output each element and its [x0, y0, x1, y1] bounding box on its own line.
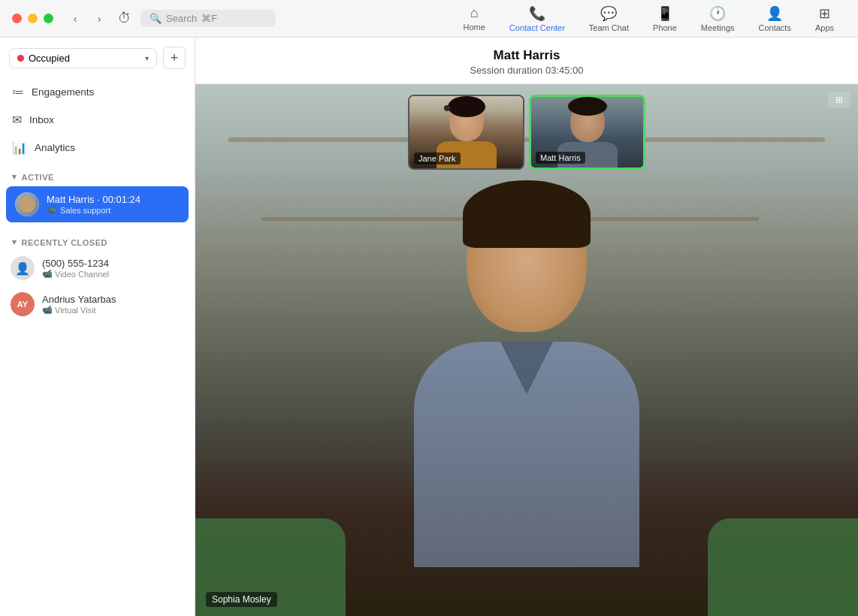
nav-phone-label: Phone — [653, 23, 677, 32]
main-layout: Occupied ▾ + ≔ Engagements ✉ Inbox 📊 Ana… — [0, 38, 858, 616]
jane-park-label: Jane Park — [414, 152, 461, 165]
matt-harris-label: Matt Harris — [536, 152, 585, 164]
active-engagement-time: 00:01:24 — [102, 194, 140, 205]
contact-name: Matt Harris — [207, 48, 846, 63]
history-button[interactable]: ⏱ — [118, 11, 131, 26]
closed-item-unknown[interactable]: 👤 (500) 555-1234 📹 Video Channel — [0, 250, 195, 286]
nav-contact-center-label: Contact Center — [509, 23, 565, 32]
sidebar-header: Occupied ▾ + — [0, 47, 195, 78]
session-duration: Session duration 03:45:00 — [207, 65, 846, 76]
sidebar-item-analytics[interactable]: 📊 Analytics — [0, 134, 195, 162]
chevron-down-icon: ▾ — [145, 54, 149, 62]
analytics-label: Analytics — [35, 142, 75, 153]
active-engagement-channel: 📹 Sales support — [47, 205, 180, 215]
search-placeholder: Search — [166, 13, 197, 24]
minimize-button[interactable] — [28, 14, 38, 23]
nav-team-chat-label: Team Chat — [589, 23, 629, 32]
content-area: Matt Harris Session duration 03:45:00 — [195, 38, 858, 616]
nav-contacts-label: Contacts — [759, 23, 791, 32]
video-area: ⊞ — [195, 84, 858, 616]
contact-center-icon: 📞 — [529, 5, 545, 22]
active-section-label: ACTIVE — [22, 173, 54, 182]
sofa-right — [708, 518, 858, 616]
analytics-icon: 📊 — [12, 140, 27, 155]
engagements-label: Engagements — [32, 86, 94, 98]
avatar: AY — [11, 292, 35, 316]
video-icon: 📹 — [42, 305, 53, 315]
phone-icon: 📱 — [657, 5, 673, 22]
main-video: ⊞ — [195, 84, 858, 616]
sidebar-nav: ≔ Engagements ✉ Inbox 📊 Analytics — [0, 78, 195, 162]
active-engagement-channel-label: Sales support — [60, 206, 110, 215]
add-button[interactable]: + — [163, 47, 186, 69]
main-person-figure — [369, 180, 684, 616]
back-button[interactable]: ‹ — [65, 11, 85, 26]
video-controls: ⊞ — [828, 92, 850, 108]
layout-button[interactable]: ⊞ — [828, 92, 850, 108]
recently-closed-section-header: ▾ RECENTLY CLOSED — [0, 233, 195, 250]
status-label: Occupied — [29, 53, 70, 64]
thumbnail-strip: Jane Park Matt Harris — [408, 95, 645, 170]
active-section-arrow: ▾ — [12, 172, 17, 182]
active-engagement-name: Matt Harris · 00:01:24 — [47, 194, 180, 205]
search-shortcut: ⌘F — [201, 13, 217, 24]
search-icon: 🔍 — [150, 13, 162, 24]
nav-contact-center[interactable]: 📞 Contact Center — [497, 2, 577, 35]
search-bar[interactable]: 🔍 Search ⌘F — [140, 10, 276, 27]
nav-home[interactable]: ⌂ Home — [452, 2, 497, 35]
closed-item-andrius-name: Andrius Yatarbas — [42, 294, 184, 305]
active-engagement-info: Matt Harris · 00:01:24 📹 Sales support — [47, 194, 180, 215]
nav-team-chat[interactable]: 💬 Team Chat — [577, 2, 641, 35]
contacts-icon: 👤 — [766, 5, 783, 22]
active-engagement-item[interactable]: Matt Harris · 00:01:24 📹 Sales support — [6, 186, 189, 222]
top-nav: ⌂ Home 📞 Contact Center 💬 Team Chat 📱 Ph… — [452, 2, 846, 35]
recently-closed-arrow: ▾ — [12, 237, 17, 247]
close-button[interactable] — [12, 14, 22, 23]
sidebar: Occupied ▾ + ≔ Engagements ✉ Inbox 📊 Ana… — [0, 38, 195, 616]
active-section-header: ▾ ACTIVE — [0, 168, 195, 185]
closed-item-channel: 📹 Video Channel — [42, 269, 184, 279]
nav-contacts[interactable]: 👤 Contacts — [747, 2, 803, 35]
thumbnail-matt-harris[interactable]: Matt Harris — [529, 95, 645, 170]
video-icon: 📹 — [42, 269, 53, 279]
nav-phone[interactable]: 📱 Phone — [641, 2, 689, 35]
inbox-icon: ✉ — [12, 113, 22, 127]
thumbnail-jane-park[interactable]: Jane Park — [408, 95, 524, 170]
apps-icon: ⊞ — [819, 5, 830, 22]
sidebar-item-engagements[interactable]: ≔ Engagements — [0, 78, 195, 106]
maximize-button[interactable] — [44, 14, 53, 23]
closed-item-name: (500) 555-1234 — [42, 258, 184, 269]
nav-apps-label: Apps — [815, 23, 834, 32]
recently-closed-label: RECENTLY CLOSED — [22, 238, 107, 247]
meetings-icon: 🕐 — [709, 5, 726, 22]
avatar — [15, 192, 39, 216]
closed-item-andrius[interactable]: AY Andrius Yatarbas 📹 Virtual Visit — [0, 286, 195, 322]
main-person-name-label: Sophia Mosley — [206, 592, 277, 607]
video-icon: 📹 — [47, 205, 57, 215]
forward-button[interactable]: › — [89, 11, 109, 26]
nav-meetings[interactable]: 🕐 Meetings — [689, 2, 747, 35]
home-icon: ⌂ — [470, 5, 479, 21]
team-chat-icon: 💬 — [600, 5, 617, 22]
titlebar: ‹ › ⏱ 🔍 Search ⌘F ⌂ Home 📞 Contact Cente… — [0, 0, 858, 38]
sidebar-item-inbox[interactable]: ✉ Inbox — [0, 106, 195, 134]
closed-item-info: (500) 555-1234 📹 Video Channel — [42, 258, 184, 279]
closed-item-andrius-info: Andrius Yatarbas 📹 Virtual Visit — [42, 294, 184, 315]
engagements-icon: ≔ — [12, 85, 24, 99]
closed-item-andrius-channel: 📹 Virtual Visit — [42, 305, 184, 315]
inbox-label: Inbox — [29, 114, 54, 125]
nav-meetings-label: Meetings — [701, 23, 735, 32]
nav-apps[interactable]: ⊞ Apps — [803, 2, 846, 35]
status-dot — [17, 55, 24, 62]
navigation-buttons: ‹ › — [65, 11, 109, 26]
avatar: 👤 — [11, 256, 35, 280]
nav-home-label: Home — [464, 23, 485, 32]
closed-item-channel-label: Video Channel — [55, 270, 109, 279]
status-dropdown[interactable]: Occupied ▾ — [9, 48, 157, 68]
traffic-lights — [12, 14, 53, 23]
closed-item-andrius-channel-label: Virtual Visit — [55, 306, 96, 315]
person-icon: 👤 — [15, 261, 30, 276]
content-header: Matt Harris Session duration 03:45:00 — [195, 38, 858, 84]
